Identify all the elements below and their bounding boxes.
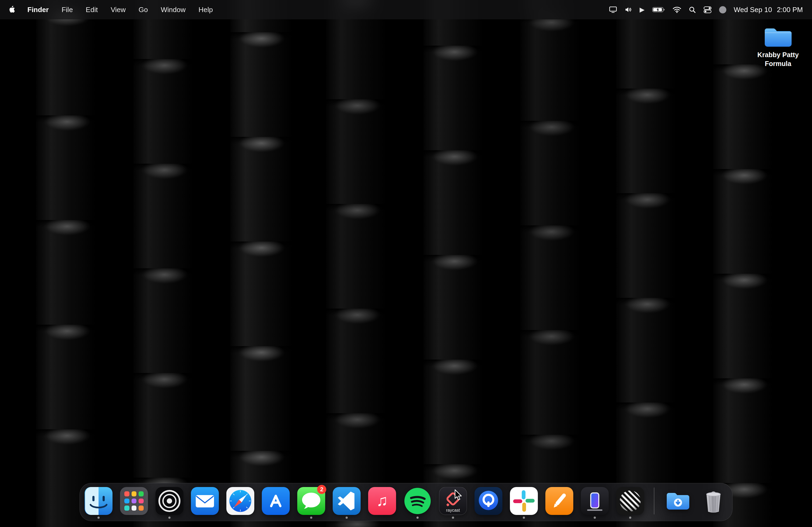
dock: 2 ♫ (79, 483, 733, 521)
dock-vscode[interactable] (333, 487, 361, 519)
safari-compass-icon (226, 487, 254, 515)
dock-raycast[interactable]: raycast (439, 487, 467, 519)
wallpaper-column (713, 0, 775, 527)
dock-1password[interactable] (475, 487, 503, 519)
apple-menu[interactable] (8, 5, 20, 15)
running-indicator (98, 516, 100, 519)
wallpaper-column (326, 0, 389, 527)
1password-keyhole-icon (475, 487, 503, 515)
volume-icon[interactable] (625, 5, 632, 15)
wallpaper-column (616, 0, 679, 527)
iphone-mirroring-icon (581, 487, 609, 515)
dock-music[interactable]: ♫ (368, 487, 396, 519)
mouse-cursor (454, 490, 462, 501)
menu-bar-status-area: ▶ (595, 5, 804, 15)
dock-app-store[interactable] (262, 487, 290, 519)
folder-label: Krabby Patty Formula (754, 50, 802, 68)
spotlight-search-icon[interactable] (689, 5, 696, 15)
raycast-icon: raycast (439, 487, 467, 515)
dock-separator (654, 487, 654, 514)
running-indicator (452, 516, 454, 519)
pen-icon (545, 487, 573, 515)
mail-icon (191, 487, 219, 515)
running-indicator (417, 516, 419, 519)
striped-sphere-icon (616, 487, 644, 515)
clock-time: 2:00 PM (777, 6, 803, 14)
running-indicator (310, 516, 312, 519)
menu-bar: Finder File Edit View Go Window Help ▶ (0, 0, 812, 19)
running-indicator (594, 516, 596, 519)
dock-striped-sphere-app[interactable] (616, 487, 644, 519)
finder-icon (85, 487, 113, 515)
folder-icon (763, 25, 793, 48)
dock-safari[interactable] (226, 487, 254, 519)
dock-spotify[interactable] (404, 487, 432, 519)
dock-mail[interactable] (191, 487, 219, 519)
dock-finder[interactable] (85, 487, 113, 519)
battery-icon[interactable] (652, 5, 665, 15)
slack-icon (510, 487, 538, 515)
menu-item-view[interactable]: View (105, 6, 132, 14)
app-store-icon (262, 487, 290, 515)
menu-item-edit[interactable]: Edit (80, 6, 104, 14)
downloads-folder-icon (664, 487, 692, 515)
status-colored-grid-icon[interactable] (595, 6, 601, 13)
wallpaper-column (230, 0, 293, 527)
notification-badge: 2 (317, 485, 326, 494)
vscode-icon (333, 487, 361, 515)
dock-orange-pen-app[interactable] (545, 487, 573, 519)
desktop-folder-krabby-patty-formula[interactable]: Krabby Patty Formula (749, 25, 807, 68)
clock-date: Wed Sep 10 (734, 6, 772, 14)
apple-logo-icon (9, 5, 16, 15)
trash-icon (699, 487, 727, 515)
dock-concentric-circles-app[interactable] (156, 487, 184, 519)
raycast-icon-label: raycast (439, 508, 467, 513)
menu-item-go[interactable]: Go (133, 6, 154, 14)
dock-launchpad[interactable] (120, 487, 148, 519)
gray-circle-icon (719, 6, 726, 13)
dock-messages[interactable]: 2 (297, 487, 325, 519)
control-center-icon[interactable] (704, 5, 712, 15)
dock-slack[interactable] (510, 487, 538, 519)
running-indicator (629, 516, 631, 519)
menu-item-file[interactable]: File (56, 6, 79, 14)
wallpaper-column (520, 0, 583, 527)
menu-item-finder[interactable]: Finder (21, 6, 55, 14)
wallpaper-column (133, 0, 196, 527)
wifi-icon[interactable] (673, 5, 681, 15)
running-indicator (346, 516, 348, 519)
menu-bar-clock[interactable]: Wed Sep 10 2:00 PM (734, 6, 803, 14)
desktop-wallpaper (0, 0, 812, 527)
dock-downloads-folder[interactable] (664, 487, 692, 519)
launchpad-icon (120, 487, 148, 515)
concentric-circles-icon (156, 487, 184, 515)
running-indicator (523, 516, 525, 519)
running-indicator (168, 516, 171, 519)
menu-item-help[interactable]: Help (192, 6, 219, 14)
menu-bar-left: Finder File Edit View Go Window Help (8, 5, 219, 15)
wallpaper-column (36, 0, 98, 527)
music-note-icon: ♫ (368, 487, 396, 515)
user-status-icon[interactable] (719, 5, 726, 15)
menu-item-window[interactable]: Window (155, 6, 191, 14)
spotify-icon (404, 487, 432, 515)
now-playing-icon[interactable]: ▶ (640, 5, 644, 15)
dock-trash[interactable] (699, 487, 727, 519)
display-status-icon[interactable] (609, 5, 617, 15)
wallpaper-column (423, 0, 486, 527)
dock-iphone-mirroring[interactable] (581, 487, 609, 519)
